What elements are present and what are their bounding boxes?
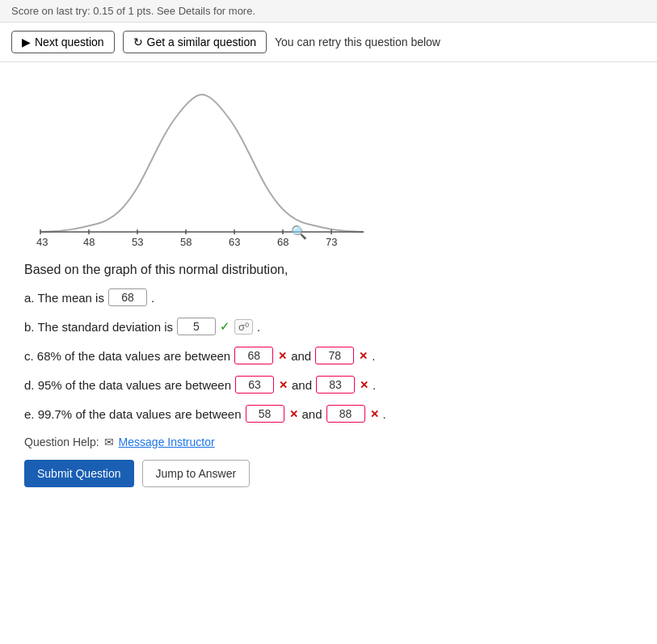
- e-val1-input[interactable]: [246, 405, 284, 423]
- e-val2-input[interactable]: [326, 405, 365, 423]
- svg-text:43: 43: [36, 236, 48, 248]
- d-x-icon1: ✕: [279, 379, 288, 391]
- bottom-buttons: Submit Question Jump to Answer: [24, 460, 633, 487]
- similar-label: Get a similar question: [147, 36, 256, 48]
- e-label: e. 99.7% of the data values are between: [24, 407, 242, 421]
- next-question-button[interactable]: ▶ Next question: [11, 31, 115, 53]
- d-val2-input[interactable]: [316, 376, 355, 394]
- toolbar: ▶ Next question ↻ Get a similar question…: [0, 23, 657, 62]
- c-and: and: [291, 349, 311, 363]
- submit-question-button[interactable]: Submit Question: [24, 460, 134, 487]
- next-icon: ▶: [22, 36, 31, 48]
- question-intro: Based on the graph of this normal distri…: [24, 263, 633, 277]
- next-label: Next question: [35, 36, 104, 48]
- d-x-icon2: ✕: [360, 379, 369, 391]
- d-val1-input[interactable]: [235, 376, 274, 394]
- d-label: d. 95% of the data values are between: [24, 378, 231, 392]
- graph-area: 43 48 53 58 63 68 73 🔍: [32, 86, 372, 248]
- a-label: a. The mean is: [24, 291, 104, 305]
- c-val2-input[interactable]: [315, 347, 354, 364]
- e-x-icon1: ✕: [289, 408, 298, 420]
- answer-row-a: a. The mean is .: [24, 288, 633, 306]
- answer-row-c: c. 68% of the data values are between ✕ …: [24, 347, 633, 364]
- b-label: b. The standard deviation is: [24, 320, 173, 334]
- score-bar: Score on last try: 0.15 of 1 pts. See De…: [0, 0, 657, 23]
- e-x-icon2: ✕: [370, 408, 379, 420]
- e-and: and: [302, 407, 322, 421]
- get-similar-button[interactable]: ↻ Get a similar question: [123, 31, 267, 53]
- help-label: Question Help:: [24, 436, 99, 448]
- answer-row-b: b. The standard deviation is ✓ σ⁰ .: [24, 318, 633, 335]
- c-label: c. 68% of the data values are between: [24, 349, 230, 363]
- svg-text:53: 53: [132, 236, 143, 248]
- question-help: Question Help: ✉ Message Instructor: [24, 436, 633, 448]
- main-content: 43 48 53 58 63 68 73 🔍 Based on the grap…: [0, 62, 657, 644]
- retry-text: You can retry this question below: [275, 36, 440, 48]
- std-dev-input[interactable]: [177, 318, 216, 335]
- jump-to-answer-button[interactable]: Jump to Answer: [142, 460, 251, 487]
- message-instructor-link[interactable]: Message Instructor: [119, 436, 215, 448]
- similar-icon: ↻: [133, 36, 143, 48]
- magnify-icon[interactable]: 🔍: [291, 225, 307, 240]
- answer-row-d: d. 95% of the data values are between ✕ …: [24, 376, 633, 394]
- sigma-icon: σ⁰: [234, 319, 253, 335]
- check-icon: ✓: [220, 319, 230, 334]
- d-and: and: [292, 378, 312, 392]
- svg-text:63: 63: [229, 236, 240, 248]
- svg-text:58: 58: [180, 236, 192, 248]
- c-x-icon2: ✕: [359, 350, 368, 362]
- svg-text:73: 73: [326, 236, 337, 248]
- email-icon: ✉: [104, 436, 114, 448]
- c-val1-input[interactable]: [234, 347, 273, 364]
- svg-text:68: 68: [277, 236, 288, 248]
- score-text: Score on last try: 0.15 of 1 pts. See De…: [11, 5, 255, 17]
- normal-distribution-graph: 43 48 53 58 63 68 73: [32, 86, 372, 248]
- answer-row-e: e. 99.7% of the data values are between …: [24, 405, 633, 423]
- svg-text:48: 48: [83, 236, 95, 248]
- c-x-icon1: ✕: [278, 350, 287, 362]
- mean-input[interactable]: [108, 288, 147, 306]
